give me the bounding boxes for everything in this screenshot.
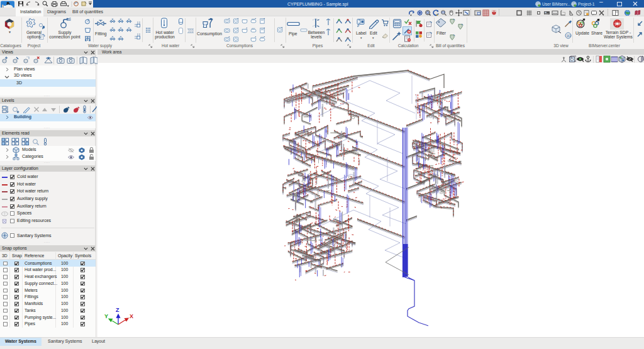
svg-text:X: X xyxy=(130,313,133,319)
svg-text:Z: Z xyxy=(116,307,119,313)
svg-text:Y: Y xyxy=(104,313,108,319)
svg-text:SDP: SDP xyxy=(615,23,621,26)
svg-text:3D: 3D xyxy=(566,34,571,38)
